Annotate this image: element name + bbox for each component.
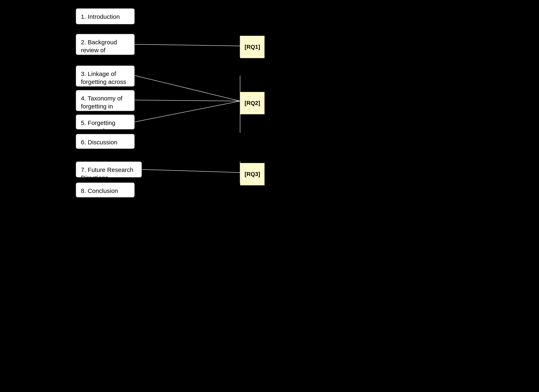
section-conclusion[interactable]: 8. Conclusion	[76, 182, 135, 198]
rq2-badge: [RQ2]	[240, 92, 265, 114]
section-approaches[interactable]: 5. Forgetting approaches	[76, 114, 135, 130]
section-label: 2. Backgroud review of Forgetting	[81, 39, 117, 61]
rq1-label: [RQ1]	[245, 44, 260, 50]
section-taxonomy[interactable]: 4. Taxonomy of forgetting in Machine lea…	[76, 90, 135, 111]
rq1-badge: [RQ1]	[240, 36, 265, 58]
section-discussion[interactable]: 6. Discussion	[76, 134, 135, 149]
svg-line-2	[135, 100, 240, 101]
section-introduction[interactable]: 1. Introduction	[76, 8, 135, 24]
page-content: 1. Introduction 2. Backgroud review of F…	[0, 0, 539, 392]
section-label: 7. Future Research Directions	[81, 166, 133, 181]
rq3-badge: [RQ3]	[240, 163, 265, 185]
svg-line-1	[135, 76, 240, 101]
section-label: 6. Discussion	[81, 139, 117, 146]
rq3-label: [RQ3]	[245, 171, 260, 177]
section-future-research[interactable]: 7. Future Research Directions	[76, 161, 142, 178]
section-label: 8. Conclusion	[81, 187, 118, 194]
section-linkage[interactable]: 3. Linkage of forgetting across knowledg…	[76, 65, 135, 87]
svg-line-0	[135, 44, 240, 46]
section-label: 1. Introduction	[81, 13, 120, 20]
section-label: 5. Forgetting approaches	[81, 119, 115, 134]
svg-line-3	[135, 101, 240, 122]
section-background[interactable]: 2. Backgroud review of Forgetting	[76, 34, 135, 55]
svg-line-4	[142, 170, 240, 173]
rq2-label: [RQ2]	[245, 100, 260, 106]
